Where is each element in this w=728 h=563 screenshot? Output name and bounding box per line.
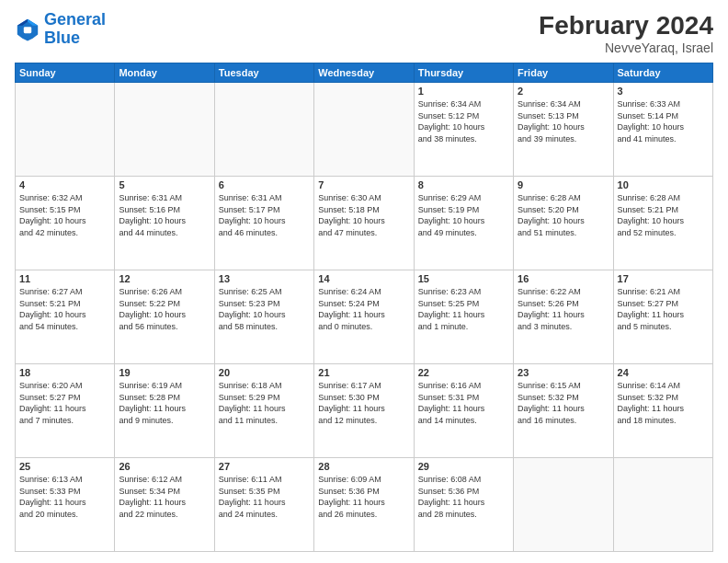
calendar-cell: 29Sunrise: 6:08 AMSunset: 5:36 PMDayligh…	[414, 458, 513, 552]
day-info: Sunrise: 6:08 AMSunset: 5:36 PMDaylight:…	[418, 474, 509, 520]
calendar-cell: 6Sunrise: 6:31 AMSunset: 5:17 PMDaylight…	[214, 177, 313, 270]
day-info: Sunrise: 6:14 AMSunset: 5:32 PMDaylight:…	[618, 380, 709, 426]
calendar-cell	[214, 83, 313, 177]
location-subtitle: NevveYaraq, Israel	[539, 40, 713, 55]
calendar-cell: 16Sunrise: 6:22 AMSunset: 5:26 PMDayligh…	[514, 270, 613, 364]
day-number: 2	[518, 86, 609, 97]
day-info: Sunrise: 6:15 AMSunset: 5:32 PMDaylight:…	[518, 380, 609, 426]
calendar-cell: 5Sunrise: 6:31 AMSunset: 5:16 PMDaylight…	[115, 177, 214, 270]
day-number: 23	[518, 367, 609, 378]
logo-text: GeneralBlue	[44, 11, 106, 48]
day-number: 12	[119, 273, 210, 284]
day-info: Sunrise: 6:28 AMSunset: 5:20 PMDaylight:…	[518, 192, 609, 238]
calendar-cell: 22Sunrise: 6:16 AMSunset: 5:31 PMDayligh…	[414, 364, 513, 458]
calendar-cell: 26Sunrise: 6:12 AMSunset: 5:34 PMDayligh…	[115, 458, 214, 552]
calendar-cell: 1Sunrise: 6:34 AMSunset: 5:12 PMDaylight…	[414, 83, 513, 177]
header-sunday: Sunday	[16, 63, 115, 83]
calendar-cell: 14Sunrise: 6:24 AMSunset: 5:24 PMDayligh…	[314, 270, 414, 364]
calendar-cell: 21Sunrise: 6:17 AMSunset: 5:30 PMDayligh…	[314, 364, 414, 458]
header-friday: Friday	[514, 63, 613, 83]
logo: GeneralBlue	[15, 11, 106, 48]
calendar-cell: 17Sunrise: 6:21 AMSunset: 5:27 PMDayligh…	[613, 270, 712, 364]
day-info: Sunrise: 6:27 AMSunset: 5:21 PMDaylight:…	[19, 286, 110, 332]
day-number: 15	[418, 273, 509, 284]
day-number: 16	[518, 273, 609, 284]
calendar-cell	[514, 458, 613, 552]
day-number: 13	[219, 273, 310, 284]
logo-icon	[15, 17, 40, 42]
page: GeneralBlue February 2024 NevveYaraq, Is…	[0, 0, 728, 563]
calendar-table: Sunday Monday Tuesday Wednesday Thursday…	[15, 63, 713, 552]
header: GeneralBlue February 2024 NevveYaraq, Is…	[15, 11, 713, 55]
calendar-week-4: 18Sunrise: 6:20 AMSunset: 5:27 PMDayligh…	[16, 364, 713, 458]
day-info: Sunrise: 6:26 AMSunset: 5:22 PMDaylight:…	[119, 286, 210, 332]
day-info: Sunrise: 6:32 AMSunset: 5:15 PMDaylight:…	[19, 192, 110, 238]
calendar-cell	[314, 83, 414, 177]
calendar-cell: 25Sunrise: 6:13 AMSunset: 5:33 PMDayligh…	[16, 458, 115, 552]
calendar-cell: 15Sunrise: 6:23 AMSunset: 5:25 PMDayligh…	[414, 270, 513, 364]
header-saturday: Saturday	[613, 63, 712, 83]
day-info: Sunrise: 6:31 AMSunset: 5:17 PMDaylight:…	[219, 192, 310, 238]
calendar-cell: 13Sunrise: 6:25 AMSunset: 5:23 PMDayligh…	[214, 270, 313, 364]
day-number: 10	[618, 179, 709, 190]
calendar-cell: 10Sunrise: 6:28 AMSunset: 5:21 PMDayligh…	[613, 177, 712, 270]
calendar-cell: 24Sunrise: 6:14 AMSunset: 5:32 PMDayligh…	[613, 364, 712, 458]
day-info: Sunrise: 6:20 AMSunset: 5:27 PMDaylight:…	[19, 380, 110, 426]
day-number: 1	[418, 86, 509, 97]
header-wednesday: Wednesday	[314, 63, 414, 83]
weekday-header-row: Sunday Monday Tuesday Wednesday Thursday…	[16, 63, 713, 83]
day-number: 5	[119, 179, 210, 190]
calendar-cell: 9Sunrise: 6:28 AMSunset: 5:20 PMDaylight…	[514, 177, 613, 270]
day-info: Sunrise: 6:12 AMSunset: 5:34 PMDaylight:…	[119, 474, 210, 520]
header-tuesday: Tuesday	[214, 63, 313, 83]
day-number: 25	[19, 461, 110, 472]
day-number: 19	[119, 367, 210, 378]
day-info: Sunrise: 6:34 AMSunset: 5:12 PMDaylight:…	[418, 98, 509, 144]
day-number: 3	[618, 86, 709, 97]
day-number: 22	[418, 367, 509, 378]
calendar-week-2: 4Sunrise: 6:32 AMSunset: 5:15 PMDaylight…	[16, 177, 713, 270]
day-number: 17	[618, 273, 709, 284]
calendar-cell: 27Sunrise: 6:11 AMSunset: 5:35 PMDayligh…	[214, 458, 313, 552]
day-number: 14	[318, 273, 409, 284]
day-info: Sunrise: 6:31 AMSunset: 5:16 PMDaylight:…	[119, 192, 210, 238]
day-number: 11	[19, 273, 110, 284]
day-number: 8	[418, 179, 509, 190]
day-number: 20	[219, 367, 310, 378]
day-number: 18	[19, 367, 110, 378]
day-info: Sunrise: 6:34 AMSunset: 5:13 PMDaylight:…	[518, 98, 609, 144]
svg-rect-3	[24, 27, 31, 33]
calendar-cell: 20Sunrise: 6:18 AMSunset: 5:29 PMDayligh…	[214, 364, 313, 458]
day-number: 26	[119, 461, 210, 472]
calendar-week-3: 11Sunrise: 6:27 AMSunset: 5:21 PMDayligh…	[16, 270, 713, 364]
calendar-cell: 12Sunrise: 6:26 AMSunset: 5:22 PMDayligh…	[115, 270, 214, 364]
header-thursday: Thursday	[414, 63, 513, 83]
day-info: Sunrise: 6:09 AMSunset: 5:36 PMDaylight:…	[318, 474, 409, 520]
calendar-week-5: 25Sunrise: 6:13 AMSunset: 5:33 PMDayligh…	[16, 458, 713, 552]
day-info: Sunrise: 6:28 AMSunset: 5:21 PMDaylight:…	[618, 192, 709, 238]
day-info: Sunrise: 6:25 AMSunset: 5:23 PMDaylight:…	[219, 286, 310, 332]
calendar-cell	[115, 83, 214, 177]
calendar-cell: 23Sunrise: 6:15 AMSunset: 5:32 PMDayligh…	[514, 364, 613, 458]
day-info: Sunrise: 6:17 AMSunset: 5:30 PMDaylight:…	[318, 380, 409, 426]
day-number: 28	[318, 461, 409, 472]
day-number: 6	[219, 179, 310, 190]
calendar-cell: 28Sunrise: 6:09 AMSunset: 5:36 PMDayligh…	[314, 458, 414, 552]
calendar-cell: 2Sunrise: 6:34 AMSunset: 5:13 PMDaylight…	[514, 83, 613, 177]
day-info: Sunrise: 6:22 AMSunset: 5:26 PMDaylight:…	[518, 286, 609, 332]
day-info: Sunrise: 6:21 AMSunset: 5:27 PMDaylight:…	[618, 286, 709, 332]
day-number: 29	[418, 461, 509, 472]
day-info: Sunrise: 6:29 AMSunset: 5:19 PMDaylight:…	[418, 192, 509, 238]
calendar-cell: 4Sunrise: 6:32 AMSunset: 5:15 PMDaylight…	[16, 177, 115, 270]
day-number: 21	[318, 367, 409, 378]
day-number: 4	[19, 179, 110, 190]
calendar-cell: 3Sunrise: 6:33 AMSunset: 5:14 PMDaylight…	[613, 83, 712, 177]
day-number: 24	[618, 367, 709, 378]
day-info: Sunrise: 6:30 AMSunset: 5:18 PMDaylight:…	[318, 192, 409, 238]
calendar-cell	[16, 83, 115, 177]
calendar-cell: 19Sunrise: 6:19 AMSunset: 5:28 PMDayligh…	[115, 364, 214, 458]
day-info: Sunrise: 6:18 AMSunset: 5:29 PMDaylight:…	[219, 380, 310, 426]
calendar-cell: 18Sunrise: 6:20 AMSunset: 5:27 PMDayligh…	[16, 364, 115, 458]
day-info: Sunrise: 6:23 AMSunset: 5:25 PMDaylight:…	[418, 286, 509, 332]
day-info: Sunrise: 6:19 AMSunset: 5:28 PMDaylight:…	[119, 380, 210, 426]
